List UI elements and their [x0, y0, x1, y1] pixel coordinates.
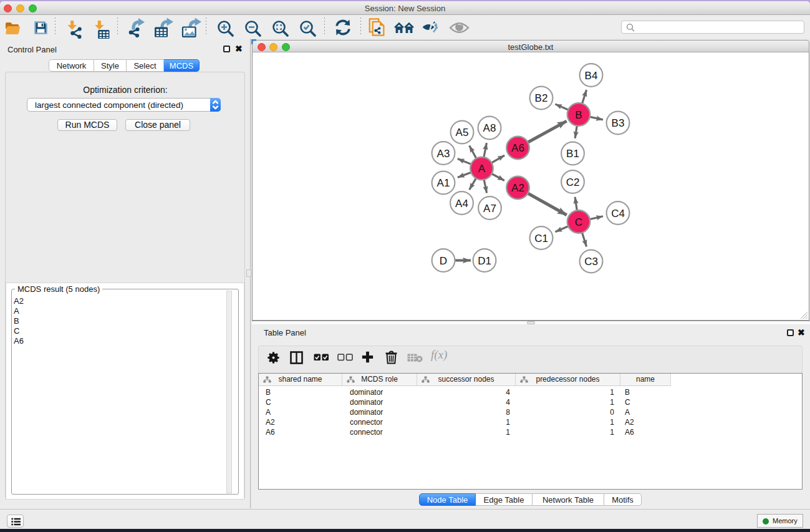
svg-text:A5: A5: [456, 127, 469, 138]
svg-text:C1: C1: [534, 233, 548, 244]
svg-text:D: D: [440, 255, 447, 267]
svg-text:B4: B4: [585, 70, 598, 82]
svg-text:A: A: [478, 163, 486, 175]
svg-text:C: C: [575, 216, 582, 228]
svg-text:D1: D1: [478, 255, 491, 267]
svg-text:C3: C3: [584, 256, 598, 268]
svg-text:A8: A8: [483, 122, 496, 134]
svg-text:C2: C2: [566, 177, 580, 188]
svg-text:B: B: [575, 109, 582, 121]
svg-text:B3: B3: [612, 117, 625, 129]
svg-text:A7: A7: [483, 203, 496, 215]
svg-text:A4: A4: [455, 198, 468, 210]
svg-text:B1: B1: [566, 148, 579, 160]
svg-text:A6: A6: [511, 142, 524, 154]
svg-text:B2: B2: [535, 92, 548, 104]
svg-text:A2: A2: [511, 182, 524, 194]
svg-text:A3: A3: [437, 148, 450, 160]
svg-text:C4: C4: [611, 208, 625, 220]
svg-text:A1: A1: [437, 177, 450, 189]
